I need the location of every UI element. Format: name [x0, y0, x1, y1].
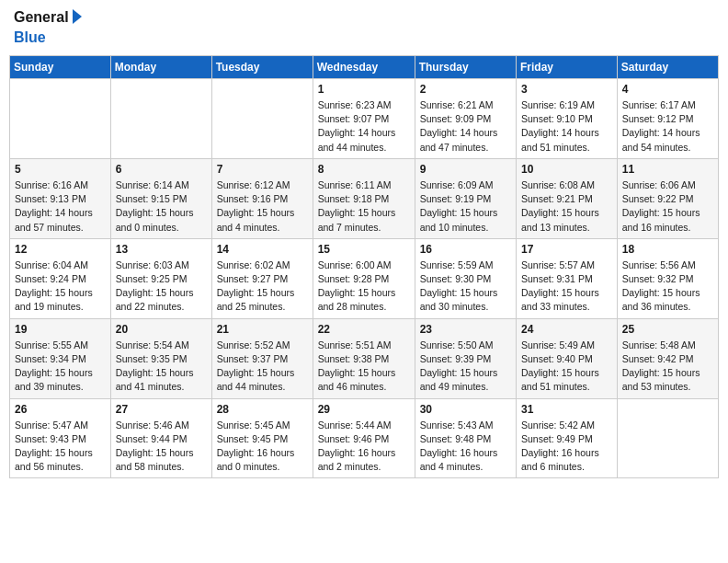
day-info: Sunrise: 6:03 AMSunset: 9:25 PMDaylight:…: [116, 259, 207, 315]
day-info: Sunrise: 5:46 AMSunset: 9:44 PMDaylight:…: [116, 419, 207, 475]
calendar-cell: 26Sunrise: 5:47 AMSunset: 9:43 PMDayligh…: [10, 398, 111, 478]
calendar-cell: 23Sunrise: 5:50 AMSunset: 9:39 PMDayligh…: [415, 318, 516, 398]
day-number: 25: [622, 323, 713, 336]
calendar-cell: 30Sunrise: 5:43 AMSunset: 9:48 PMDayligh…: [415, 398, 516, 478]
calendar-cell: 27Sunrise: 5:46 AMSunset: 9:44 PMDayligh…: [110, 398, 211, 478]
page-header: General Blue: [9, 9, 719, 46]
calendar-cell: 20Sunrise: 5:54 AMSunset: 9:35 PMDayligh…: [110, 318, 211, 398]
day-info: Sunrise: 6:21 AMSunset: 9:09 PMDaylight:…: [420, 98, 511, 155]
calendar-cell: 29Sunrise: 5:44 AMSunset: 9:46 PMDayligh…: [313, 398, 415, 478]
calendar-cell: 10Sunrise: 6:08 AMSunset: 9:21 PMDayligh…: [517, 158, 618, 238]
day-info: Sunrise: 5:59 AMSunset: 9:30 PMDaylight:…: [420, 259, 511, 315]
day-number: 2: [420, 83, 511, 96]
day-number: 23: [420, 323, 511, 336]
day-info: Sunrise: 6:19 AMSunset: 9:10 PMDaylight:…: [521, 98, 612, 155]
calendar-cell: 22Sunrise: 5:51 AMSunset: 9:38 PMDayligh…: [313, 318, 415, 398]
day-number: 11: [622, 163, 713, 176]
day-info: Sunrise: 5:43 AMSunset: 9:48 PMDaylight:…: [420, 419, 511, 475]
weekday-header-sunday: Sunday: [10, 56, 111, 79]
day-info: Sunrise: 5:50 AMSunset: 9:39 PMDaylight:…: [420, 339, 511, 395]
calendar-cell: 11Sunrise: 6:06 AMSunset: 9:22 PMDayligh…: [617, 158, 718, 238]
week-row-1: 1Sunrise: 6:23 AMSunset: 9:07 PMDaylight…: [10, 79, 719, 159]
day-info: Sunrise: 5:57 AMSunset: 9:31 PMDaylight:…: [521, 259, 612, 315]
day-number: 24: [521, 323, 612, 336]
day-number: 13: [116, 243, 207, 256]
week-row-3: 12Sunrise: 6:04 AMSunset: 9:24 PMDayligh…: [10, 238, 719, 318]
calendar-cell: 6Sunrise: 6:14 AMSunset: 9:15 PMDaylight…: [110, 158, 211, 238]
day-number: 7: [217, 163, 308, 176]
day-number: 21: [217, 323, 308, 336]
day-number: 30: [420, 403, 511, 416]
calendar-table: SundayMondayTuesdayWednesdayThursdayFrid…: [9, 55, 719, 478]
weekday-header-thursday: Thursday: [415, 56, 516, 79]
calendar-cell: 21Sunrise: 5:52 AMSunset: 9:37 PMDayligh…: [211, 318, 313, 398]
day-number: 19: [15, 323, 106, 336]
weekday-header-row: SundayMondayTuesdayWednesdayThursdayFrid…: [10, 56, 719, 79]
day-number: 4: [622, 83, 713, 96]
day-info: Sunrise: 6:08 AMSunset: 9:21 PMDaylight:…: [521, 178, 612, 235]
calendar-cell: 8Sunrise: 6:11 AMSunset: 9:18 PMDaylight…: [313, 158, 415, 238]
day-number: 18: [622, 243, 713, 256]
day-info: Sunrise: 6:11 AMSunset: 9:18 PMDaylight:…: [318, 178, 410, 235]
logo: General Blue: [14, 9, 82, 46]
day-info: Sunrise: 6:04 AMSunset: 9:24 PMDaylight:…: [15, 259, 106, 315]
calendar-cell: 7Sunrise: 6:12 AMSunset: 9:16 PMDaylight…: [211, 158, 313, 238]
calendar-cell: 4Sunrise: 6:17 AMSunset: 9:12 PMDaylight…: [617, 79, 718, 159]
day-info: Sunrise: 5:52 AMSunset: 9:37 PMDaylight:…: [217, 339, 308, 395]
calendar-cell: [211, 79, 313, 159]
weekday-header-monday: Monday: [110, 56, 211, 79]
day-info: Sunrise: 5:49 AMSunset: 9:40 PMDaylight:…: [521, 339, 612, 395]
day-info: Sunrise: 6:17 AMSunset: 9:12 PMDaylight:…: [622, 98, 713, 155]
day-number: 29: [318, 403, 410, 416]
day-info: Sunrise: 6:23 AMSunset: 9:07 PMDaylight:…: [318, 98, 410, 155]
day-info: Sunrise: 6:02 AMSunset: 9:27 PMDaylight:…: [217, 259, 308, 315]
day-number: 17: [521, 243, 612, 256]
calendar-cell: 2Sunrise: 6:21 AMSunset: 9:09 PMDaylight…: [415, 79, 516, 159]
day-info: Sunrise: 5:56 AMSunset: 9:32 PMDaylight:…: [622, 259, 713, 315]
day-info: Sunrise: 6:16 AMSunset: 9:13 PMDaylight:…: [15, 178, 106, 235]
day-number: 8: [318, 163, 410, 176]
calendar-cell: [617, 398, 718, 478]
day-info: Sunrise: 5:45 AMSunset: 9:45 PMDaylight:…: [217, 419, 308, 475]
day-number: 15: [318, 243, 410, 256]
day-number: 16: [420, 243, 511, 256]
calendar-cell: 13Sunrise: 6:03 AMSunset: 9:25 PMDayligh…: [110, 238, 211, 318]
calendar-cell: [10, 79, 111, 159]
week-row-2: 5Sunrise: 6:16 AMSunset: 9:13 PMDaylight…: [10, 158, 719, 238]
day-number: 20: [116, 323, 207, 336]
weekday-header-tuesday: Tuesday: [211, 56, 313, 79]
day-info: Sunrise: 5:54 AMSunset: 9:35 PMDaylight:…: [116, 339, 207, 395]
day-info: Sunrise: 6:00 AMSunset: 9:28 PMDaylight:…: [318, 259, 410, 315]
day-info: Sunrise: 5:47 AMSunset: 9:43 PMDaylight:…: [15, 419, 106, 475]
calendar-cell: 19Sunrise: 5:55 AMSunset: 9:34 PMDayligh…: [10, 318, 111, 398]
day-info: Sunrise: 6:06 AMSunset: 9:22 PMDaylight:…: [622, 178, 713, 235]
weekday-header-wednesday: Wednesday: [313, 56, 415, 79]
day-number: 28: [217, 403, 308, 416]
day-number: 22: [318, 323, 410, 336]
day-number: 12: [15, 243, 106, 256]
calendar-cell: 5Sunrise: 6:16 AMSunset: 9:13 PMDaylight…: [10, 158, 111, 238]
day-number: 27: [116, 403, 207, 416]
calendar-cell: 28Sunrise: 5:45 AMSunset: 9:45 PMDayligh…: [211, 398, 313, 478]
calendar-cell: 24Sunrise: 5:49 AMSunset: 9:40 PMDayligh…: [517, 318, 618, 398]
weekday-header-friday: Friday: [517, 56, 618, 79]
logo-arrow-icon: [73, 9, 82, 24]
calendar-cell: 15Sunrise: 6:00 AMSunset: 9:28 PMDayligh…: [313, 238, 415, 318]
day-info: Sunrise: 5:44 AMSunset: 9:46 PMDaylight:…: [318, 419, 410, 475]
day-number: 6: [116, 163, 207, 176]
logo-brand: General: [14, 9, 82, 26]
day-info: Sunrise: 5:51 AMSunset: 9:38 PMDaylight:…: [318, 339, 410, 395]
calendar-cell: 3Sunrise: 6:19 AMSunset: 9:10 PMDaylight…: [517, 79, 618, 159]
day-info: Sunrise: 6:14 AMSunset: 9:15 PMDaylight:…: [116, 178, 207, 235]
day-number: 3: [521, 83, 612, 96]
calendar-cell: 25Sunrise: 5:48 AMSunset: 9:42 PMDayligh…: [617, 318, 718, 398]
calendar-cell: 14Sunrise: 6:02 AMSunset: 9:27 PMDayligh…: [211, 238, 313, 318]
day-info: Sunrise: 5:48 AMSunset: 9:42 PMDaylight:…: [622, 339, 713, 395]
calendar-cell: 1Sunrise: 6:23 AMSunset: 9:07 PMDaylight…: [313, 79, 415, 159]
day-number: 5: [15, 163, 106, 176]
day-number: 10: [521, 163, 612, 176]
day-info: Sunrise: 6:09 AMSunset: 9:19 PMDaylight:…: [420, 178, 511, 235]
day-number: 31: [521, 403, 612, 416]
calendar-cell: 17Sunrise: 5:57 AMSunset: 9:31 PMDayligh…: [517, 238, 618, 318]
day-info: Sunrise: 5:55 AMSunset: 9:34 PMDaylight:…: [15, 339, 106, 395]
